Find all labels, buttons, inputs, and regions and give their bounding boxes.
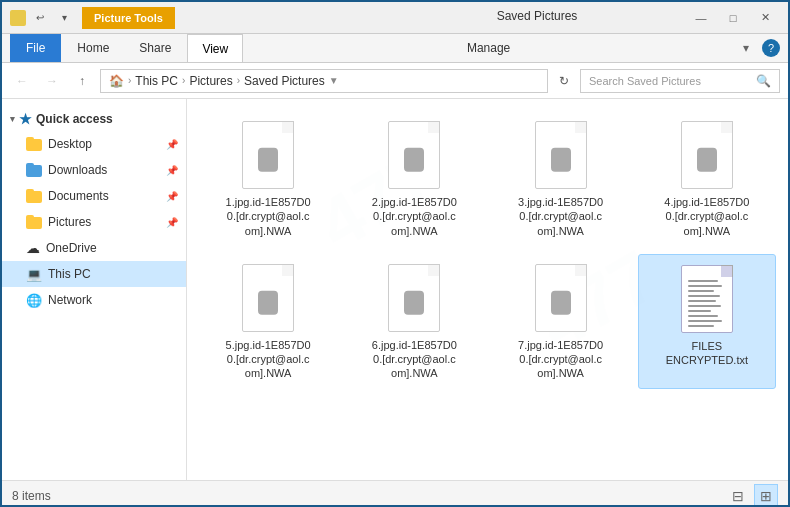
window-title: Saved Pictures xyxy=(388,9,686,27)
file-item[interactable]: 5.jpg.id-1E857D0 0.[dr.crypt@aol.c om].N… xyxy=(199,254,337,389)
file-name: 5.jpg.id-1E857D0 0.[dr.crypt@aol.c om].N… xyxy=(226,338,311,381)
file-name: FILES ENCRYPTED.txt xyxy=(666,339,748,368)
view-controls: ⊟ ⊞ xyxy=(726,484,778,508)
file-name: 1.jpg.id-1E857D0 0.[dr.crypt@aol.c om].N… xyxy=(226,195,311,238)
close-button[interactable]: ✕ xyxy=(750,8,780,28)
file-icon-nwa xyxy=(531,119,591,191)
file-item[interactable]: 2.jpg.id-1E857D0 0.[dr.crypt@aol.c om].N… xyxy=(345,111,483,246)
sidebar-item-desktop[interactable]: Desktop 📌 xyxy=(2,131,186,157)
list-view-button[interactable]: ⊟ xyxy=(726,484,750,508)
file-name: 6.jpg.id-1E857D0 0.[dr.crypt@aol.c om].N… xyxy=(372,338,457,381)
folder-icon-documents xyxy=(26,189,42,203)
tab-share[interactable]: Share xyxy=(125,34,185,62)
folder-icon-pictures xyxy=(26,215,42,229)
window-controls: — □ ✕ xyxy=(686,8,780,28)
sidebar-item-downloads[interactable]: Downloads 📌 xyxy=(2,157,186,183)
address-path[interactable]: 🏠 › This PC › Pictures › Saved Pictures … xyxy=(100,69,548,93)
minimize-button[interactable]: — xyxy=(686,8,716,28)
star-icon: ★ xyxy=(19,111,32,127)
ribbon-title-area: Picture Tools xyxy=(74,7,388,29)
maximize-button[interactable]: □ xyxy=(718,8,748,28)
path-saved-pictures[interactable]: Saved Pictures xyxy=(244,74,325,88)
sidebar-quick-access[interactable]: ▾ ★ Quick access xyxy=(2,107,186,131)
file-icon-txt xyxy=(677,263,737,335)
ribbon-collapse-btn[interactable]: ▾ xyxy=(734,36,758,60)
file-icon-nwa xyxy=(384,262,444,334)
file-item[interactable]: 1.jpg.id-1E857D0 0.[dr.crypt@aol.c om].N… xyxy=(199,111,337,246)
tab-file[interactable]: File xyxy=(10,34,61,62)
path-thispc[interactable]: This PC xyxy=(135,74,178,88)
back-button[interactable]: ← xyxy=(10,69,34,93)
status-bar: 8 items ⊟ ⊞ xyxy=(2,480,788,507)
tab-manage[interactable]: Manage xyxy=(453,37,524,59)
file-name: 4.jpg.id-1E857D0 0.[dr.crypt@aol.c om].N… xyxy=(664,195,749,238)
item-count: 8 items xyxy=(12,489,51,503)
file-item[interactable]: 3.jpg.id-1E857D0 0.[dr.crypt@aol.c om].N… xyxy=(492,111,630,246)
icon-view-button[interactable]: ⊞ xyxy=(754,484,778,508)
ribbon: File Home Share View Manage ▾ ? xyxy=(2,34,788,63)
pin-icon-downloads: 📌 xyxy=(166,165,178,176)
file-name: 2.jpg.id-1E857D0 0.[dr.crypt@aol.c om].N… xyxy=(372,195,457,238)
file-name: 7.jpg.id-1E857D0 0.[dr.crypt@aol.c om].N… xyxy=(518,338,603,381)
sidebar: ▾ ★ Quick access Desktop 📌 Downloads 📌 xyxy=(2,99,187,480)
search-placeholder: Search Saved Pictures xyxy=(589,75,701,87)
refresh-button[interactable]: ↻ xyxy=(554,71,574,91)
file-icon-nwa xyxy=(238,262,298,334)
sidebar-item-documents[interactable]: Documents 📌 xyxy=(2,183,186,209)
sidebar-item-thispc[interactable]: 💻 This PC xyxy=(2,261,186,287)
file-icon-nwa xyxy=(238,119,298,191)
file-item[interactable]: 4.jpg.id-1E857D0 0.[dr.crypt@aol.c om].N… xyxy=(638,111,776,246)
ribbon-help-btn[interactable]: ? xyxy=(762,39,780,57)
search-box[interactable]: Search Saved Pictures 🔍 xyxy=(580,69,780,93)
main-area: ▾ ★ Quick access Desktop 📌 Downloads 📌 xyxy=(2,99,788,480)
network-icon: 🌐 xyxy=(26,293,42,308)
quick-access-toolbar: ↩ ▾ xyxy=(10,8,74,28)
file-item-selected[interactable]: FILES ENCRYPTED.txt xyxy=(638,254,776,389)
tab-view[interactable]: View xyxy=(187,34,243,62)
thispc-icon: 💻 xyxy=(26,267,42,282)
sidebar-item-pictures[interactable]: Pictures 📌 xyxy=(2,209,186,235)
file-name: 3.jpg.id-1E857D0 0.[dr.crypt@aol.c om].N… xyxy=(518,195,603,238)
path-pictures[interactable]: Pictures xyxy=(189,74,232,88)
app-icon xyxy=(10,10,26,26)
tab-home[interactable]: Home xyxy=(63,34,123,62)
up-button[interactable]: ↑ xyxy=(70,69,94,93)
qat-dropdown[interactable]: ▾ xyxy=(54,8,74,28)
folder-icon xyxy=(26,137,42,151)
search-icon[interactable]: 🔍 xyxy=(756,74,771,88)
address-bar: ← → ↑ 🏠 › This PC › Pictures › Saved Pic… xyxy=(2,63,788,99)
pin-icon: 📌 xyxy=(166,139,178,150)
path-icon: 🏠 xyxy=(109,74,124,88)
file-icon-nwa xyxy=(384,119,444,191)
sidebar-item-network[interactable]: 🌐 Network xyxy=(2,287,186,313)
forward-button[interactable]: → xyxy=(40,69,64,93)
ribbon-tabs: File Home Share View Manage ▾ ? xyxy=(2,34,788,62)
pin-icon-documents: 📌 xyxy=(166,191,178,202)
qat-undo[interactable]: ↩ xyxy=(30,8,50,28)
chevron-down-icon: ▾ xyxy=(10,114,15,124)
title-bar: ↩ ▾ Picture Tools Saved Pictures — □ ✕ xyxy=(2,2,788,34)
file-icon-nwa xyxy=(677,119,737,191)
file-grid: 1.jpg.id-1E857D0 0.[dr.crypt@aol.c om].N… xyxy=(187,99,788,401)
onedrive-icon: ☁ xyxy=(26,240,40,256)
file-icon-nwa xyxy=(531,262,591,334)
context-tab-picture-tools[interactable]: Picture Tools xyxy=(82,7,175,29)
sidebar-item-onedrive[interactable]: ☁ OneDrive xyxy=(2,235,186,261)
file-item[interactable]: 6.jpg.id-1E857D0 0.[dr.crypt@aol.c om].N… xyxy=(345,254,483,389)
pin-icon-pictures: 📌 xyxy=(166,217,178,228)
file-item[interactable]: 7.jpg.id-1E857D0 0.[dr.crypt@aol.c om].N… xyxy=(492,254,630,389)
folder-icon-downloads xyxy=(26,163,42,177)
